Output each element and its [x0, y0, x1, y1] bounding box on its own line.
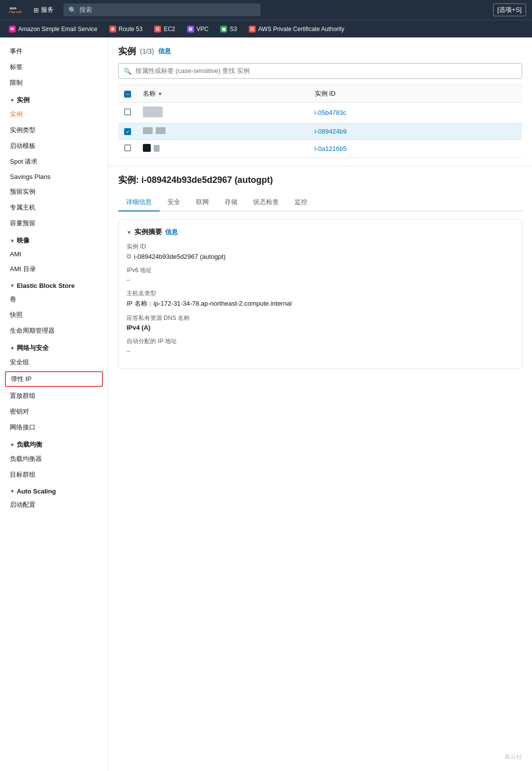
sidebar-item-tags[interactable]: 标签	[0, 59, 108, 75]
hostname-value: IP 名称：ip-172-31-34-78.ap-northeast-2.com…	[127, 299, 514, 308]
service-tabs-bar: ✉ Amazon Simple Email Service ⊕ Route 53…	[0, 20, 532, 37]
sidebar-section-images[interactable]: ▼ 映像	[0, 231, 108, 247]
search-bar[interactable]: 🔍 搜索	[64, 3, 261, 16]
grid-icon: ⊞	[33, 6, 39, 14]
search-icon: 🔍	[124, 68, 132, 75]
tab-details[interactable]: 详细信息	[118, 194, 160, 211]
instance-thumbnail-gray	[154, 145, 160, 152]
sidebar-item-spot-requests[interactable]: Spot 请求	[0, 154, 108, 170]
row2-id-cell: i-089424b9	[309, 123, 522, 140]
instance-summary-section: ▼ 实例摘要 信息 实例 ID ⧉ i-089424b93de5d2967 (a…	[118, 219, 522, 369]
ec2-icon: ⊡	[154, 26, 161, 33]
field-auto-ip: 自动分配的 IP 地址 –	[127, 337, 514, 354]
panel-title: 实例 (1/3) 信息	[118, 45, 522, 57]
tab-s3[interactable]: ▣ S3	[215, 24, 242, 35]
sidebar-item-launch-templates[interactable]: 启动模板	[0, 138, 108, 154]
row1-checkbox[interactable]	[124, 108, 131, 115]
tab-networking[interactable]: 联网	[188, 194, 217, 211]
tab-storage[interactable]: 存储	[217, 194, 245, 211]
sidebar-item-events[interactable]: 事件	[0, 43, 108, 59]
search-placeholder-text: 按属性或标签 (case-sensitive) 查找 实例	[135, 67, 250, 75]
sidebar-item-elastic-ip[interactable]: 弹性 IP ↗	[5, 371, 103, 387]
tab-monitoring[interactable]: 监控	[287, 194, 315, 211]
tab-route53[interactable]: ⊕ Route 53	[104, 24, 148, 35]
sidebar-item-target-groups[interactable]: 目标群组	[0, 467, 108, 483]
instances-table: 名称 ▼ 实例 ID	[118, 85, 522, 158]
sidebar-item-key-pairs[interactable]: 密钥对	[0, 404, 108, 420]
services-label: 服务	[41, 5, 54, 14]
sidebar-item-lifecycle-manager[interactable]: 生命周期管理器	[0, 323, 108, 339]
triangle-icon-summary: ▼	[127, 230, 132, 235]
search-placeholder: 搜索	[79, 5, 92, 14]
options-button[interactable]: [选项+S]	[493, 3, 527, 16]
instance-id-link-3[interactable]: i-0a1216b5	[315, 145, 347, 152]
aws-logo[interactable]: aws	[6, 4, 24, 15]
instance-thumbnail-sm2	[156, 127, 166, 134]
tab-ses[interactable]: ✉ Amazon Simple Email Service	[4, 24, 102, 35]
triangle-icon-lb: ▼	[10, 442, 15, 448]
sidebar-section-ebs[interactable]: ▼ Elastic Block Store	[0, 277, 108, 291]
instance-thumbnail-sm	[143, 127, 153, 134]
sidebar-section-network[interactable]: ▼ 网络与安全	[0, 339, 108, 354]
tab-ec2[interactable]: ⊡ EC2	[149, 24, 180, 35]
vpc-icon: ⊞	[187, 26, 194, 33]
sidebar-item-reserved-instances[interactable]: 预留实例	[0, 184, 108, 200]
triangle-icon-network: ▼	[10, 346, 15, 351]
sidebar-item-placement-groups[interactable]: 置放群组	[0, 388, 108, 404]
sidebar-item-security-groups[interactable]: 安全组	[0, 354, 108, 370]
instance-list-panel: 实例 (1/3) 信息 🔍 按属性或标签 (case-sensitive) 查找…	[108, 37, 532, 166]
sidebar-section-loadbalancing[interactable]: ▼ 负载均衡	[0, 435, 108, 451]
row2-name-cell	[137, 123, 309, 140]
row1-name-cell	[137, 103, 309, 123]
auto-ip-value: –	[127, 347, 514, 354]
top-navigation: aws ⊞ 服务 🔍 搜索 [选项+S]	[0, 0, 532, 20]
select-all-checkbox[interactable]	[124, 91, 131, 98]
sidebar-section-instances[interactable]: ▼ 实例	[0, 91, 108, 106]
sidebar-item-limits[interactable]: 限制	[0, 75, 108, 91]
copy-icon[interactable]: ⧉	[127, 252, 131, 260]
summary-header: ▼ 实例摘要 信息	[127, 228, 514, 237]
tab-acm[interactable]: ⊡ AWS Private Certificate Authority	[244, 24, 349, 35]
ses-icon: ✉	[9, 26, 16, 33]
sidebar-section-autoscaling[interactable]: ▼ Auto Scaling	[0, 483, 108, 497]
sidebar-item-load-balancers[interactable]: 负载均衡器	[0, 451, 108, 467]
table-row[interactable]: i-0a1216b5	[118, 140, 522, 158]
instance-id-link-2[interactable]: i-089424b9	[315, 128, 347, 135]
summary-info-link[interactable]: 信息	[165, 228, 178, 237]
sidebar-item-launch-configs[interactable]: 启动配置	[0, 497, 108, 513]
services-button[interactable]: ⊞ 服务	[30, 3, 58, 16]
sort-icon: ▼	[158, 91, 163, 97]
tab-vpc[interactable]: ⊞ VPC	[182, 24, 214, 35]
ipv6-value: –	[127, 276, 514, 283]
name-column-header[interactable]: 名称 ▼	[137, 85, 309, 103]
instance-id-column-header[interactable]: 实例 ID	[309, 85, 522, 103]
row2-checkbox[interactable]	[124, 128, 131, 135]
sidebar-item-capacity-reservations[interactable]: 容量预留	[0, 215, 108, 231]
table-row[interactable]: i-089424b9	[118, 123, 522, 140]
detail-panel: 实例: i-089424b93de5d2967 (autogpt) 详细信息 安…	[108, 166, 532, 377]
instance-thumbnail-black	[143, 144, 151, 152]
select-all-header[interactable]	[118, 85, 137, 103]
table-row[interactable]: i-05b4783c	[118, 103, 522, 123]
s3-icon: ▣	[220, 26, 227, 33]
sidebar-item-network-interfaces[interactable]: 网络接口	[0, 420, 108, 435]
row3-checkbox[interactable]	[124, 144, 131, 151]
sidebar-item-volumes[interactable]: 卷	[0, 291, 108, 307]
sidebar-item-snapshots[interactable]: 快照	[0, 307, 108, 323]
tab-status-checks[interactable]: 状态检查	[245, 194, 287, 211]
sidebar-item-instances[interactable]: 实例	[0, 106, 108, 122]
sidebar-item-instance-types[interactable]: 实例类型	[0, 122, 108, 138]
sidebar-item-ami[interactable]: AMI	[0, 247, 108, 261]
detail-tabs: 详细信息 安全 联网 存储 状态检查 监控	[118, 194, 522, 211]
sidebar-item-dedicated-hosts[interactable]: 专属主机	[0, 200, 108, 215]
instance-id-link[interactable]: i-05b4783c	[315, 109, 346, 116]
sidebar-item-ami-catalog[interactable]: AMI 目录	[0, 261, 108, 277]
instance-id-value: ⧉ i-089424b93de5d2967 (autogpt)	[127, 252, 514, 260]
sidebar-item-savings-plans[interactable]: Savings Plans	[0, 170, 108, 184]
watermark: 幕云社	[504, 753, 522, 761]
instances-info-link[interactable]: 信息	[158, 47, 171, 56]
detail-title: 实例: i-089424b93de5d2967 (autogpt)	[118, 174, 522, 186]
triangle-icon-ebs: ▼	[10, 283, 15, 288]
instances-search[interactable]: 🔍 按属性或标签 (case-sensitive) 查找 实例	[118, 63, 522, 79]
tab-security[interactable]: 安全	[160, 194, 188, 211]
